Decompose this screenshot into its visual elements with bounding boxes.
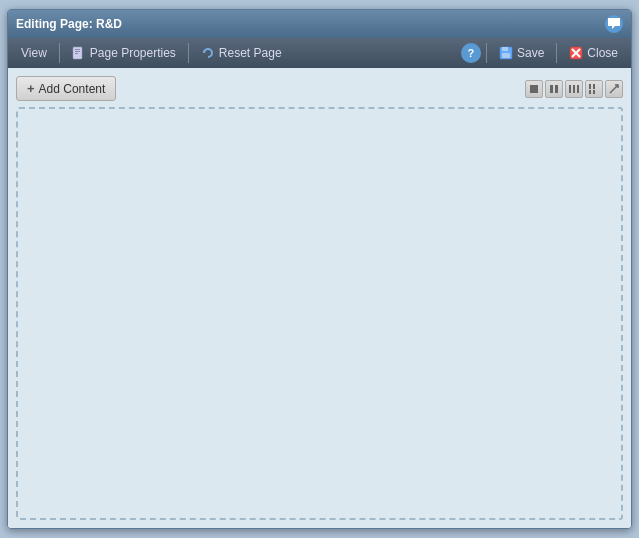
toolbar-separator-3 [486, 43, 487, 63]
svg-rect-15 [573, 85, 575, 93]
content-area: + Add Content [8, 68, 631, 528]
help-button[interactable]: ? [461, 43, 481, 63]
svg-rect-3 [75, 53, 78, 54]
svg-line-21 [610, 85, 618, 93]
reset-page-label: Reset Page [219, 46, 282, 60]
close-label: Close [587, 46, 618, 60]
svg-rect-2 [75, 51, 80, 52]
page-properties-icon [72, 46, 86, 60]
layout-4col-button[interactable] [585, 80, 603, 98]
toolbar: View Page Properties Res [8, 38, 631, 68]
svg-rect-18 [593, 84, 595, 89]
add-content-button[interactable]: + Add Content [16, 76, 116, 101]
reset-page-button[interactable]: Reset Page [194, 43, 289, 63]
svg-rect-20 [593, 90, 595, 94]
close-icon [569, 46, 583, 60]
view-button[interactable]: View [14, 43, 54, 63]
svg-rect-7 [502, 53, 510, 58]
add-content-label: Add Content [39, 82, 106, 96]
svg-rect-16 [577, 85, 579, 93]
main-window: Editing Page: R&D View Page [7, 9, 632, 529]
svg-rect-14 [569, 85, 571, 93]
title-bar-left: Editing Page: R&D [16, 17, 122, 31]
layout-1col-button[interactable] [525, 80, 543, 98]
layout-expand-button[interactable] [605, 80, 623, 98]
page-properties-button[interactable]: Page Properties [65, 43, 183, 63]
help-label: ? [468, 47, 475, 59]
page-title: Editing Page: R&D [16, 17, 122, 31]
svg-rect-19 [589, 90, 591, 94]
content-toolbar: + Add Content [16, 76, 623, 101]
page-properties-label: Page Properties [90, 46, 176, 60]
title-bar: Editing Page: R&D [8, 10, 631, 38]
view-label: View [21, 46, 47, 60]
save-icon [499, 46, 513, 60]
svg-rect-13 [555, 85, 558, 93]
save-button[interactable]: Save [492, 43, 551, 63]
svg-rect-12 [550, 85, 553, 93]
toolbar-separator-4 [556, 43, 557, 63]
content-canvas [16, 107, 623, 520]
svg-rect-1 [75, 49, 80, 50]
toolbar-separator-2 [188, 43, 189, 63]
svg-rect-6 [502, 47, 508, 51]
chat-icon [605, 15, 623, 33]
svg-rect-11 [530, 85, 538, 93]
toolbar-separator-1 [59, 43, 60, 63]
layout-icons [525, 80, 623, 98]
layout-3col-button[interactable] [565, 80, 583, 98]
close-button[interactable]: Close [562, 43, 625, 63]
reset-icon [201, 46, 215, 60]
layout-2col-button[interactable] [545, 80, 563, 98]
save-label: Save [517, 46, 544, 60]
svg-rect-17 [589, 84, 591, 89]
plus-icon: + [27, 81, 35, 96]
